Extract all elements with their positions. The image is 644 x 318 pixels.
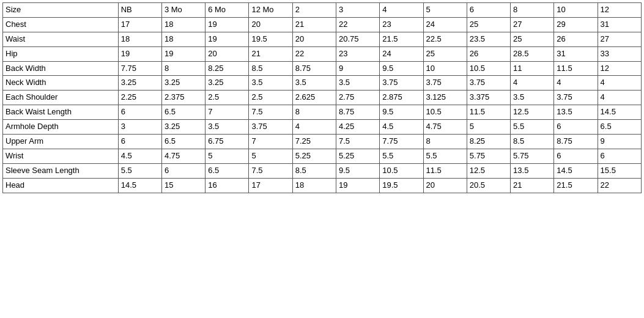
cell-value: 8 xyxy=(161,61,205,76)
cell-value: 4 xyxy=(511,76,554,91)
cell-value: 4.25 xyxy=(336,120,380,135)
cell-value: 19.5 xyxy=(380,178,423,193)
cell-value: 20 xyxy=(249,17,292,32)
cell-value: 4 xyxy=(598,91,641,105)
cell-value: 6.5 xyxy=(598,120,641,135)
cell-value: 11.5 xyxy=(554,61,598,76)
cell-value: 6 xyxy=(118,135,161,149)
cell-value: 4 xyxy=(598,76,641,91)
row-label: Hip xyxy=(3,46,119,61)
cell-value: 6 xyxy=(554,149,598,163)
cell-value: 3.25 xyxy=(118,76,161,91)
cell-value: 22.5 xyxy=(423,32,467,46)
cell-value: 3.75 xyxy=(423,76,467,91)
cell-value: 5.5 xyxy=(380,149,423,163)
cell-value: 7.25 xyxy=(292,135,336,149)
cell-value: 13.5 xyxy=(554,105,598,120)
cell-value: 3.25 xyxy=(161,120,205,135)
cell-value: 9 xyxy=(598,135,641,149)
cell-value: 5.25 xyxy=(292,149,336,163)
cell-value: 8.75 xyxy=(554,135,598,149)
cell-value: 3.75 xyxy=(380,76,423,91)
cell-value: 14.5 xyxy=(598,105,641,120)
cell-value: 3.75 xyxy=(467,76,510,91)
table-row: Back Width7.7588.258.58.7599.51010.51111… xyxy=(3,61,642,76)
row-label: Wrist xyxy=(3,149,119,163)
cell-value: 4.75 xyxy=(161,149,205,163)
cell-value: 9.5 xyxy=(380,105,423,120)
cell-value: 21 xyxy=(249,46,292,61)
cell-value: 8 xyxy=(292,105,336,120)
cell-value: 20 xyxy=(423,178,467,193)
cell-value: 23.5 xyxy=(467,32,510,46)
row-label: Each Shoulder xyxy=(3,91,119,105)
row-label: Upper Arm xyxy=(3,135,119,149)
cell-value: 3.5 xyxy=(249,76,292,91)
cell-value: 25 xyxy=(467,17,510,32)
cell-value: 3 xyxy=(118,120,161,135)
cell-value: 5 xyxy=(249,149,292,163)
cell-value: 4.75 xyxy=(423,120,467,135)
cell-value: 10.5 xyxy=(423,105,467,120)
row-label: Back Waist Length xyxy=(3,105,119,120)
row-label: Sleeve Seam Length xyxy=(3,163,119,178)
cell-value: 3.75 xyxy=(554,91,598,105)
cell-value: 7.5 xyxy=(249,163,292,178)
table-row: Each Shoulder2.252.3752.52.52.6252.752.8… xyxy=(3,91,642,105)
cell-value: 10.5 xyxy=(467,61,510,76)
cell-value: 11 xyxy=(511,61,554,76)
cell-value: 20 xyxy=(292,32,336,46)
cell-value: 22 xyxy=(292,46,336,61)
size-chart-table: SizeNB3 Mo6 Mo12 Mo2345681012Chest171819… xyxy=(2,2,642,193)
size-header-6: 6 xyxy=(467,3,510,18)
size-header-2: 2 xyxy=(292,3,336,18)
cell-value: 7.75 xyxy=(380,135,423,149)
cell-value: 7 xyxy=(205,105,249,120)
cell-value: 27 xyxy=(511,17,554,32)
cell-value: 19 xyxy=(205,32,249,46)
cell-value: 21 xyxy=(292,17,336,32)
cell-value: 2.25 xyxy=(118,91,161,105)
cell-value: 6.75 xyxy=(205,135,249,149)
cell-value: 5 xyxy=(467,120,510,135)
cell-value: 28.5 xyxy=(511,46,554,61)
cell-value: 8.5 xyxy=(511,135,554,149)
cell-value: 8.25 xyxy=(467,135,510,149)
size-header-5: 5 xyxy=(423,3,467,18)
size-chart-container: SizeNB3 Mo6 Mo12 Mo2345681012Chest171819… xyxy=(2,2,642,193)
cell-value: 33 xyxy=(598,46,641,61)
size-header-12: 12 xyxy=(598,3,641,18)
cell-value: 12 xyxy=(598,61,641,76)
table-row: Back Waist Length66.577.588.759.510.511.… xyxy=(3,105,642,120)
cell-value: 2.75 xyxy=(336,91,380,105)
cell-value: 9.5 xyxy=(380,61,423,76)
cell-value: 24 xyxy=(380,46,423,61)
cell-value: 5.25 xyxy=(336,149,380,163)
cell-value: 17 xyxy=(118,17,161,32)
cell-value: 5.5 xyxy=(118,163,161,178)
cell-value: 3.75 xyxy=(249,120,292,135)
cell-value: 11.5 xyxy=(467,105,510,120)
cell-value: 3.25 xyxy=(161,76,205,91)
size-header-4: 4 xyxy=(380,3,423,18)
cell-value: 21.5 xyxy=(380,32,423,46)
cell-value: 6.5 xyxy=(161,135,205,149)
table-row: Head14.5151617181919.52020.52121.522 xyxy=(3,178,642,193)
cell-value: 26 xyxy=(467,46,510,61)
cell-value: 19 xyxy=(336,178,380,193)
table-row: Waist18181919.52020.7521.522.523.5252627 xyxy=(3,32,642,46)
cell-value: 5.5 xyxy=(511,120,554,135)
cell-value: 21.5 xyxy=(554,178,598,193)
cell-value: 10.5 xyxy=(380,163,423,178)
row-label: Back Width xyxy=(3,61,119,76)
cell-value: 5.75 xyxy=(467,149,510,163)
cell-value: 6.5 xyxy=(161,105,205,120)
cell-value: 19.5 xyxy=(249,32,292,46)
cell-value: 18 xyxy=(161,17,205,32)
cell-value: 4.5 xyxy=(118,149,161,163)
cell-value: 2.5 xyxy=(205,91,249,105)
cell-value: 21 xyxy=(511,178,554,193)
cell-value: 13.5 xyxy=(511,163,554,178)
cell-value: 6 xyxy=(598,149,641,163)
cell-value: 16 xyxy=(205,178,249,193)
